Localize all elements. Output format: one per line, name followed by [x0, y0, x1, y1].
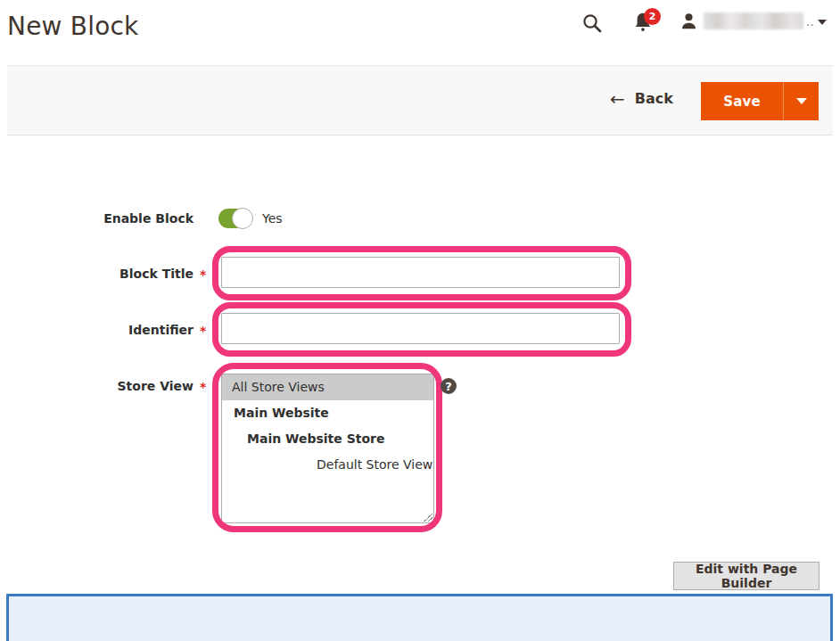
identifier-label: Identifier — [51, 323, 194, 337]
caret-down-icon — [796, 98, 807, 104]
page-title: New Block — [7, 12, 139, 42]
back-button-label: Back — [635, 90, 673, 107]
block-title-label: Block Title — [51, 267, 194, 281]
block-title-input[interactable] — [221, 257, 620, 288]
save-split-button: Save — [701, 82, 819, 120]
required-asterisk: * — [200, 380, 212, 394]
person-icon — [679, 12, 698, 35]
store-view-option[interactable]: All Store Views — [222, 374, 433, 400]
user-name-redacted — [704, 12, 803, 29]
store-view-option[interactable]: Default Store View — [222, 452, 433, 478]
notification-count-badge: 2 — [644, 8, 661, 25]
search-icon[interactable] — [581, 12, 603, 34]
required-asterisk: * — [200, 267, 212, 282]
admin-user-menu[interactable]: .. — [679, 11, 827, 34]
resize-handle[interactable] — [424, 513, 432, 522]
chevron-down-icon — [818, 20, 827, 25]
enable-block-toggle[interactable] — [218, 209, 252, 228]
save-button[interactable]: Save — [701, 82, 783, 120]
required-asterisk: * — [200, 324, 212, 338]
store-view-option[interactable]: Main Website Store — [222, 426, 433, 452]
toggle-knob — [232, 208, 253, 229]
notifications-bell-icon[interactable]: 2 — [631, 11, 655, 36]
save-dropdown-toggle[interactable] — [783, 82, 819, 120]
store-view-listbox[interactable]: All Store ViewsMain WebsiteMain Website … — [221, 374, 434, 523]
page-builder-preview[interactable] — [6, 594, 833, 641]
back-button[interactable]: ← Back — [610, 90, 673, 107]
new-block-page: New Block 2 .. ← Back Save — [0, 0, 840, 641]
help-icon[interactable]: ? — [441, 378, 457, 394]
magnifier-glyph — [581, 12, 603, 34]
enable-block-label: Enable Block — [51, 211, 194, 226]
user-name-suffix: .. — [806, 16, 815, 29]
toggle-value-label: Yes — [262, 211, 283, 226]
identifier-input[interactable] — [221, 313, 620, 344]
store-view-label: Store View — [51, 379, 194, 393]
back-arrow-icon: ← — [610, 92, 625, 106]
edit-with-page-builder-button[interactable]: Edit with Page Builder — [673, 562, 819, 590]
store-view-option[interactable]: Main Website — [222, 400, 433, 426]
